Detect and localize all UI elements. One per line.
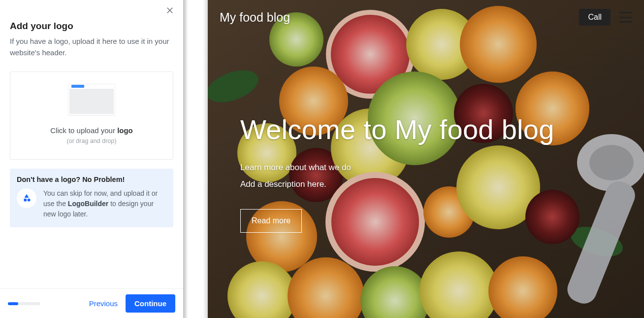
- menu-icon[interactable]: [619, 12, 632, 23]
- wizard-footer: Previous Continue: [0, 288, 183, 318]
- panel-subtitle: If you have a logo, upload it here to us…: [10, 35, 173, 59]
- previous-button[interactable]: Previous: [89, 299, 118, 308]
- logobuilder-icon: [17, 188, 36, 208]
- wizard-sidebar: Add your logo If you have a logo, upload…: [0, 0, 183, 318]
- svg-rect-3: [24, 198, 27, 201]
- hero-subtitle-2[interactable]: Add a description here.: [240, 179, 624, 189]
- hero-title[interactable]: Welcome to My food blog: [240, 113, 624, 146]
- logo-upload-dropzone[interactable]: Click to upload your logo (or drag and d…: [10, 71, 173, 160]
- panel-title: Add your logo: [10, 21, 173, 32]
- hero-section: Welcome to My food blog Learn more about…: [240, 113, 624, 233]
- hero-subtitle-1[interactable]: Learn more about what we do: [240, 163, 624, 173]
- upload-hint: (or drag and drop): [67, 138, 117, 144]
- upload-placeholder-icon: [68, 84, 115, 115]
- close-icon[interactable]: [165, 6, 176, 17]
- read-more-button[interactable]: Read more: [240, 209, 302, 233]
- no-logo-info-card: Don't have a logo? No Problem! You can s…: [10, 169, 173, 227]
- info-card-title: Don't have a logo? No Problem!: [17, 176, 166, 183]
- site-title[interactable]: My food blog: [220, 10, 290, 25]
- info-card-text: You can skip for now, and upload it or u…: [43, 188, 166, 219]
- panel-divider: [183, 0, 208, 318]
- continue-button[interactable]: Continue: [126, 294, 175, 313]
- wizard-progress-bar: [8, 302, 40, 305]
- site-preview: My food blog Call Welcome to My food blo…: [208, 0, 644, 318]
- call-button[interactable]: Call: [579, 9, 611, 26]
- upload-instruction: Click to upload your logo: [50, 126, 133, 135]
- wizard-progress-fill: [8, 302, 18, 305]
- preview-header: My food blog Call: [208, 0, 644, 35]
- svg-marker-2: [24, 194, 29, 197]
- svg-point-4: [28, 198, 31, 201]
